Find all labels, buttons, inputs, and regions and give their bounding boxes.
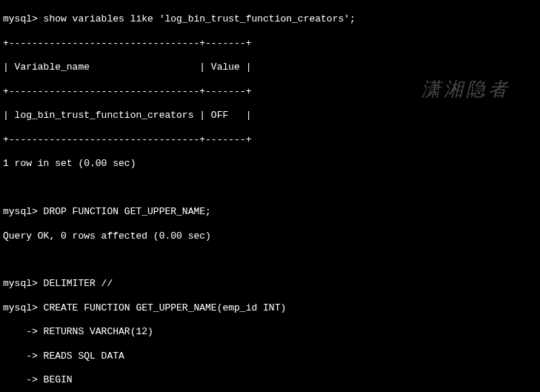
table-header: | Variable_name | Value | xyxy=(3,62,537,73)
terminal-output[interactable]: mysql> show variables like 'log_bin_trus… xyxy=(3,1,537,392)
command-line: mysql> show variables like 'log_bin_trus… xyxy=(3,13,537,25)
watermark-text: 潇湘隐者 xyxy=(421,78,510,102)
table-border: +---------------------------------+-----… xyxy=(3,38,537,50)
blank-line xyxy=(3,254,537,266)
continuation-line: -> RETURNS VARCHAR(12) xyxy=(3,326,537,338)
table-row: | log_bin_trust_function_creators | OFF … xyxy=(3,110,537,122)
command-line: mysql> CREATE FUNCTION GET_UPPER_NAME(em… xyxy=(3,302,537,314)
result-summary: 1 row in set (0.00 sec) xyxy=(3,158,537,170)
table-border: +---------------------------------+-----… xyxy=(3,134,537,146)
command-line: mysql> DELIMITER // xyxy=(3,278,537,290)
blank-line xyxy=(3,182,537,194)
continuation-line: -> BEGIN xyxy=(3,374,537,386)
command-line: mysql> DROP FUNCTION GET_UPPER_NAME; xyxy=(3,206,537,218)
continuation-line: -> READS SQL DATA xyxy=(3,351,537,362)
query-result: Query OK, 0 rows affected (0.00 sec) xyxy=(3,230,537,242)
